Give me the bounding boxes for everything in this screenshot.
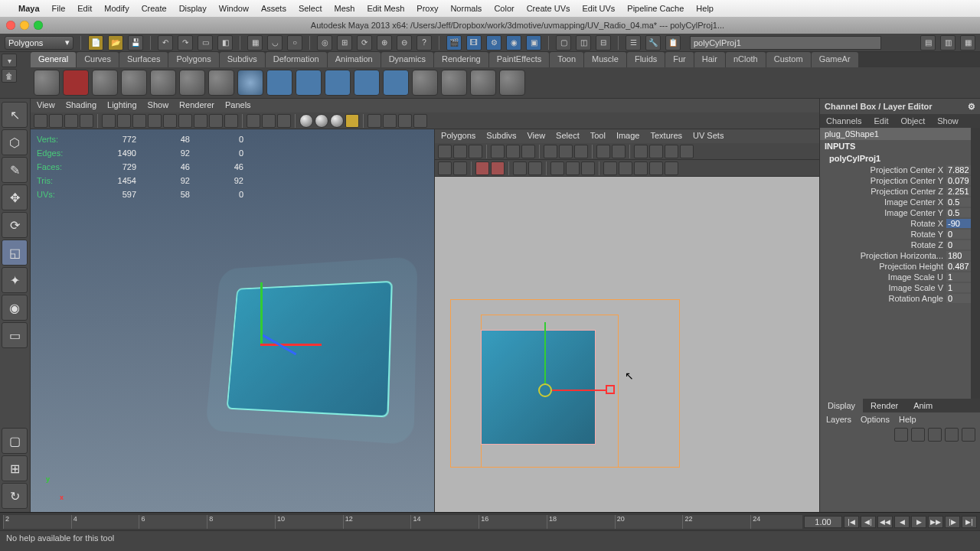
- uv-icon-movebrush[interactable]: [634, 161, 648, 175]
- make-live-icon[interactable]: ◎: [317, 35, 332, 51]
- viewport-menu-renderer[interactable]: Renderer: [179, 100, 214, 111]
- uv-icon-snap2[interactable]: [491, 161, 505, 175]
- shelf-icon-15[interactable]: [441, 70, 467, 96]
- app-name[interactable]: Maya: [18, 4, 40, 13]
- sidebar-toggle-3-icon[interactable]: ▦: [960, 35, 975, 51]
- viewport-3d[interactable]: Verts:772480Edges:1490920Faces:7294646Tr…: [31, 129, 434, 512]
- shelf-tab-surfaces[interactable]: Surfaces: [119, 52, 168, 67]
- vp-icon-select[interactable]: [34, 114, 47, 128]
- shelf-tab-fluids[interactable]: Fluids: [627, 52, 665, 67]
- attribute-row[interactable]: Rotation Angle0: [820, 293, 980, 304]
- sidebar-toggle-2-icon[interactable]: ▥: [940, 35, 956, 51]
- uv-menu-textures[interactable]: Textures: [650, 131, 682, 142]
- shelf-tab-general[interactable]: General: [31, 52, 76, 67]
- vp-icon-renderer[interactable]: [368, 114, 381, 128]
- menu-create[interactable]: Create: [142, 4, 167, 13]
- shelf-icon-17[interactable]: [499, 70, 525, 96]
- vp-icon-shading-flat[interactable]: [194, 114, 207, 128]
- tab-render[interactable]: Render: [863, 399, 906, 412]
- shelf-icon-9[interactable]: [266, 70, 292, 96]
- panel-layout-1-icon[interactable]: ▢: [556, 35, 571, 51]
- vp-icon-resolution[interactable]: [132, 114, 146, 128]
- viewport-menu-panels[interactable]: Panels: [225, 100, 251, 111]
- uv-icon-select-border[interactable]: [453, 161, 467, 175]
- attribute-row[interactable]: Image Center X0.5: [820, 197, 980, 207]
- uv-icon-rotate[interactable]: [521, 145, 535, 158]
- uv-icon-show-grid[interactable]: [513, 161, 527, 175]
- attribute-row[interactable]: Rotate Z0: [820, 240, 980, 250]
- viewport-menu-view[interactable]: View: [37, 100, 55, 111]
- vp-icon-light[interactable]: [224, 114, 238, 128]
- uv-icon-smudge[interactable]: [619, 161, 632, 175]
- undo-icon[interactable]: ↶: [158, 35, 173, 51]
- uv-scale-handle[interactable]: [606, 385, 615, 394]
- show-menu[interactable]: Show: [931, 114, 965, 128]
- snap-grid-icon[interactable]: ▦: [247, 35, 263, 51]
- vp-icon-poly[interactable]: [413, 114, 427, 128]
- toggle-tool-settings-icon[interactable]: 🔧: [645, 35, 661, 51]
- uv-icon-sew[interactable]: [559, 145, 573, 158]
- layer-new-selected-icon[interactable]: [911, 428, 925, 442]
- rotate-tool[interactable]: ⟳: [2, 212, 28, 238]
- uv-menu-subdivs[interactable]: Subdivs: [486, 131, 516, 142]
- channels-menu[interactable]: Channels: [820, 114, 867, 128]
- vp-icon-twosided[interactable]: [398, 114, 412, 128]
- vp-icon-light-default[interactable]: [299, 114, 313, 128]
- uv-icon-align-v[interactable]: [649, 145, 663, 158]
- toggle-channelbox-icon[interactable]: 📋: [665, 35, 681, 51]
- uv-menu-uvsets[interactable]: UV Sets: [693, 131, 724, 142]
- shelf-icon-4[interactable]: [121, 70, 147, 96]
- uv-icon-1[interactable]: [438, 145, 452, 158]
- layers-menu-help[interactable]: Help: [899, 415, 916, 424]
- shelf-tab-dynamics[interactable]: Dynamics: [381, 52, 433, 67]
- help-icon[interactable]: ?: [416, 35, 432, 51]
- vp-icon-xray[interactable]: [262, 114, 276, 128]
- ipr-render-icon[interactable]: 🎞: [466, 35, 482, 51]
- menu-edit[interactable]: Edit: [77, 4, 92, 13]
- shelf-tab-painteffects[interactable]: PaintEffects: [489, 52, 550, 67]
- window-minimize-icon[interactable]: [20, 21, 29, 30]
- vp-icon-motion[interactable]: [383, 114, 397, 128]
- layers-menu-layers[interactable]: Layers: [826, 415, 851, 424]
- construction-history-icon[interactable]: ⊞: [337, 35, 352, 51]
- selection-name-field[interactable]: [690, 36, 916, 50]
- vp-icon-isolate[interactable]: [247, 114, 260, 128]
- shelf-tab-hair[interactable]: Hair: [694, 52, 725, 67]
- uv-icon-unfold[interactable]: [665, 161, 678, 175]
- attribute-row[interactable]: Projection Horizonta...180: [820, 250, 980, 261]
- time-slider[interactable]: 24681012141618202224 |◀ ◀| ◀◀ ◀ ▶ ▶▶ |▶ …: [0, 512, 980, 530]
- menu-color[interactable]: Color: [494, 4, 514, 13]
- shelf-icon-8[interactable]: [237, 70, 263, 96]
- menu-pipelinecache[interactable]: Pipeline Cache: [627, 4, 684, 13]
- vp-icon-texture[interactable]: [209, 114, 223, 128]
- vp-icon-bookmark[interactable]: [64, 114, 78, 128]
- shape-name[interactable]: plug_0Shape1: [820, 128, 980, 140]
- last-tool[interactable]: ↻: [2, 483, 28, 509]
- window-zoom-icon[interactable]: [34, 21, 43, 30]
- select-by-hierarchy-icon[interactable]: ▭: [198, 35, 213, 51]
- vp-icon-light-selected[interactable]: [330, 114, 344, 128]
- menu-file[interactable]: File: [52, 4, 66, 13]
- edit-menu[interactable]: Edit: [867, 114, 894, 128]
- menu-window[interactable]: Window: [219, 4, 249, 13]
- four-pane-layout[interactable]: ⊞: [2, 455, 28, 481]
- vp-icon-image[interactable]: [80, 114, 93, 128]
- render-settings-icon[interactable]: ⚙: [486, 35, 501, 51]
- uv-menu-select[interactable]: Select: [556, 131, 580, 142]
- shelf-tab-polygons[interactable]: Polygons: [168, 52, 218, 67]
- uv-icon-3[interactable]: [469, 145, 482, 158]
- layer-move-down-icon[interactable]: [962, 428, 975, 442]
- universal-manip-tool[interactable]: ✦: [2, 267, 28, 293]
- attribute-row[interactable]: Rotate X-90: [820, 218, 980, 229]
- menu-editmesh[interactable]: Edit Mesh: [367, 4, 404, 13]
- viewport-menu-show[interactable]: Show: [148, 100, 169, 111]
- uv-icon-filtered[interactable]: [581, 161, 595, 175]
- toggle-history-icon[interactable]: ⟳: [357, 35, 372, 51]
- tab-display[interactable]: Display: [820, 399, 863, 412]
- uv-icon-select-shell[interactable]: [438, 161, 452, 175]
- vp-icon-xray-joint[interactable]: [277, 114, 291, 128]
- viewport-menu-lighting[interactable]: Lighting: [107, 100, 137, 111]
- menu-edituvs[interactable]: Edit UVs: [583, 4, 616, 13]
- go-to-start-icon[interactable]: |◀: [844, 516, 859, 528]
- shelf-icon-3[interactable]: [92, 70, 118, 96]
